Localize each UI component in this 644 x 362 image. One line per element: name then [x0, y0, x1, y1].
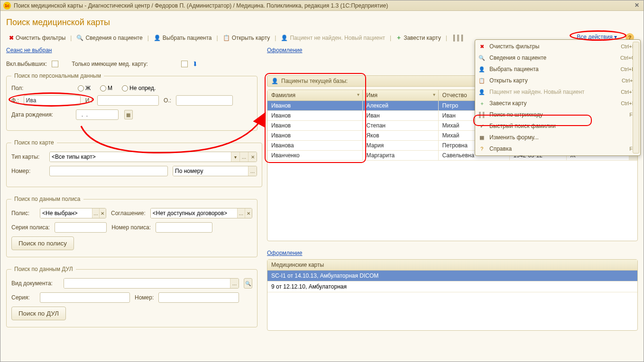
include-discharged-label: Вкл.выбывших: — [6, 61, 47, 67]
barcode-icon: ║║║ — [452, 35, 464, 41]
gender-u-radio[interactable]: Не опред. — [122, 85, 156, 91]
menu-item-label: Пациент не найден. Новый пациент — [489, 89, 585, 95]
menu-item-icon: ✖ — [478, 43, 486, 50]
agreement-more-icon[interactable]: … — [237, 208, 244, 218]
create-card-button[interactable]: ＋Завести карту — [393, 32, 444, 43]
app-logo-icon: 1c — [3, 2, 11, 9]
policy-clear-icon[interactable]: ✕ — [99, 208, 106, 218]
by-number-input[interactable] — [173, 166, 248, 176]
surname-input[interactable] — [24, 95, 81, 106]
doc-type-label: Вид документа: — [11, 280, 59, 287]
menu-item[interactable]: 📋Открыть картуCtrl+J — [475, 75, 640, 86]
menu-item-label: Выбрать пациента — [489, 66, 539, 72]
only-with-card-checkbox[interactable] — [181, 61, 188, 67]
new-patient-button[interactable]: 👤Пациент не найден. Новый пациент — [278, 33, 388, 43]
menu-item-icon: ✓ — [478, 122, 486, 130]
policy-number-input[interactable] — [156, 222, 212, 233]
menu-scrollbar[interactable] — [633, 42, 639, 154]
refresh-icon[interactable]: ➦ — [192, 61, 199, 67]
card-number-input[interactable] — [49, 166, 168, 176]
doc-type-more-icon[interactable]: … — [230, 279, 239, 288]
design-link-top[interactable]: Оформление — [267, 47, 302, 54]
menu-item-icon: 👤 — [478, 88, 486, 96]
menu-item-label: Сведения о пациенте — [489, 54, 546, 61]
dul-fieldset: Поиск по данным ДУЛ Вид документа: … 🔍 С… — [6, 266, 258, 327]
clear-filters-button[interactable]: ✖Очистить фильтры — [6, 33, 68, 43]
dul-number-input[interactable] — [158, 292, 239, 303]
policy-more-icon[interactable]: … — [92, 208, 99, 218]
close-icon[interactable]: ✕ — [633, 2, 641, 9]
menu-item[interactable]: ✖Очистить фильтрыCtrl+E — [475, 41, 640, 52]
only-with-card-label: Только имеющие мед. карту: — [72, 61, 148, 67]
menu-item-icon: 🔍 — [478, 54, 486, 62]
policy-series-input[interactable] — [55, 222, 107, 233]
col-name[interactable]: Имя▾ — [362, 90, 438, 101]
patient-info-button[interactable]: 🔍Сведения о пациенте — [74, 33, 145, 43]
plus-icon: ＋ — [396, 34, 402, 42]
card-type-input[interactable] — [50, 152, 231, 162]
doc-type-search-icon[interactable]: 🔍 — [244, 278, 252, 289]
menu-item-icon: 📋 — [478, 77, 486, 84]
menu-item[interactable]: 👤Пациент не найден. Новый пациентCtrl+Y — [475, 86, 640, 98]
by-number-more-icon[interactable]: … — [248, 166, 257, 176]
search-dul-button[interactable]: Поиск по ДУЛ — [11, 307, 66, 320]
card-type-clear-icon[interactable]: ✕ — [248, 152, 257, 162]
policy-series-label: Серия полиса: — [11, 224, 50, 231]
list-item[interactable]: 9 от 12.12.10, Амбулаторная — [267, 281, 637, 292]
menu-item[interactable]: 🔍Сведения о пациентеCtrl+G — [475, 52, 640, 63]
menu-item[interactable]: 👤Выбрать пациентаCtrl+D — [475, 63, 640, 75]
all-actions-menu: ✖Очистить фильтрыCtrl+E🔍Сведения о пацие… — [475, 39, 641, 156]
agreement-input[interactable] — [151, 208, 237, 218]
menu-item[interactable]: ▦Изменить форму... — [475, 132, 640, 143]
list-item[interactable]: SC-I1 от 14.10.13, Амбулаторная DICOM — [267, 271, 637, 281]
patronymic-input[interactable] — [176, 95, 233, 106]
card-type-dropdown-icon[interactable]: ▾ — [231, 152, 239, 162]
doc-type-input[interactable] — [64, 279, 230, 288]
menu-item[interactable]: ║║Поиск по штрихкодуF7 — [475, 109, 640, 120]
dul-series-input[interactable] — [40, 292, 130, 303]
menu-item[interactable]: ✓Быстрый поиск фамилии — [475, 120, 640, 132]
include-discharged-checkbox[interactable] — [52, 61, 58, 67]
calendar-icon[interactable]: ▦ — [124, 110, 133, 119]
menu-item-icon: ＋ — [478, 100, 486, 107]
barcode-button[interactable]: ║║║ — [449, 33, 467, 43]
menu-item-label: Быстрый поиск фамилии — [489, 123, 556, 129]
gender-m-radio[interactable]: М — [100, 85, 112, 91]
agreement-label: Соглашение: — [111, 210, 146, 217]
page-title: Поиск медицинской карты — [6, 18, 638, 27]
policy-number-label: Номер полиса: — [111, 224, 151, 231]
open-card-button[interactable]: 📋Открыть карту — [220, 33, 273, 43]
card-type-more-icon[interactable]: … — [239, 152, 248, 162]
dul-series-label: Серия: — [11, 294, 35, 301]
clear-icon: ✖ — [9, 35, 14, 41]
sort-icon: ▾ — [357, 92, 359, 97]
cards-box: Медицинские карты SC-I1 от 14.10.13, Амб… — [267, 259, 638, 331]
personal-legend: Поиск по персональным данным — [11, 72, 104, 79]
gender-f-radio[interactable]: Ж — [78, 85, 91, 91]
agreement-clear-icon[interactable]: ✕ — [245, 208, 252, 218]
seance-link[interactable]: Сеанс не выбран — [6, 47, 52, 54]
col-surname[interactable]: Фамилия▾ — [267, 90, 362, 101]
dul-legend: Поиск по данным ДУЛ — [11, 266, 76, 272]
person-icon: 👤 — [154, 35, 161, 41]
dob-input[interactable] — [76, 109, 119, 120]
sort-icon: ▾ — [433, 92, 435, 97]
cards-header: Медицинские карты — [267, 260, 637, 271]
name-label: И.: — [85, 97, 92, 104]
menu-item-label: Поиск по штрихкоду — [489, 111, 543, 118]
name-input[interactable] — [97, 95, 159, 106]
select-patient-button[interactable]: 👤Выбрать пациента — [151, 33, 215, 43]
menu-item[interactable]: ＋Завести картуCtrl+P — [475, 98, 640, 109]
design-link-bottom[interactable]: Оформление — [267, 250, 302, 256]
search-policy-button[interactable]: Поиск по полису — [11, 236, 74, 250]
personal-data-fieldset: Поиск по персональным данным Пол: Ж М Не… — [6, 72, 258, 131]
menu-item-label: Открыть карту — [489, 77, 528, 84]
policy-fieldset: Поиск по данным полиса Полис: …✕ Соглаше… — [6, 196, 258, 257]
menu-item-icon: ║║ — [478, 111, 486, 118]
policy-input[interactable] — [40, 208, 92, 218]
patronymic-label: О.: — [164, 97, 171, 104]
dul-number-label: Номер: — [135, 294, 154, 301]
surname-label: Ф.: — [11, 97, 19, 104]
menu-item[interactable]: ?СправкаF1 — [475, 143, 640, 154]
card-number-label: Номер: — [11, 168, 45, 174]
